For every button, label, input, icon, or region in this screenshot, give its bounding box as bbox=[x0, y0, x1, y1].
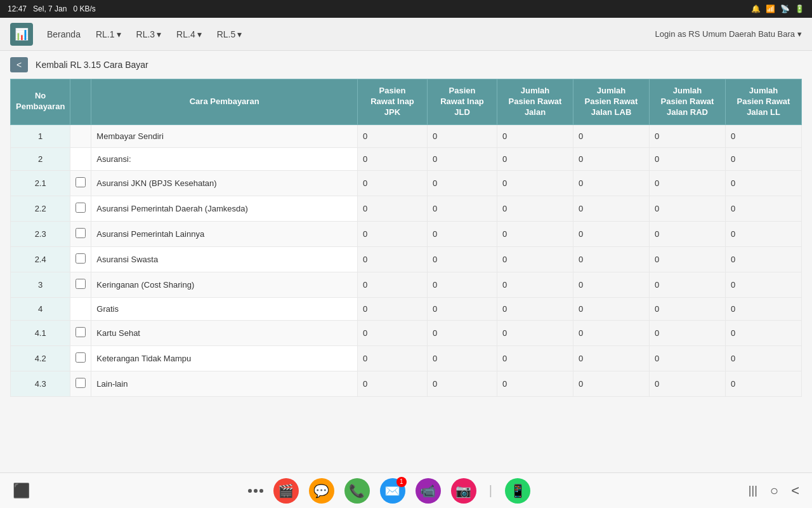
app-message[interactable]: ✉️ 1 bbox=[380, 478, 405, 504]
login-info[interactable]: Login as RS Umum Daerah Batu Bara ▾ bbox=[655, 29, 802, 39]
rl3-label: RL.3 bbox=[136, 29, 155, 39]
bottom-menu-icon[interactable]: ||| bbox=[749, 484, 757, 497]
row-checkbox[interactable] bbox=[75, 228, 86, 238]
table-header-row: NoPembayaran Cara Pembayaran PasienRawat… bbox=[11, 79, 802, 125]
row-lab: 0 bbox=[573, 297, 650, 320]
rl1-label: RL.1 bbox=[96, 29, 115, 39]
row-ll: 0 bbox=[726, 147, 802, 170]
row-jpk: 0 bbox=[358, 345, 428, 371]
row-no: 2.2 bbox=[11, 196, 70, 221]
bottom-bar: ⬛ 🎬 💬 📞 ✉️ 1 📹 📷 | 📱 ||| ○ < bbox=[0, 472, 812, 508]
breadcrumb-text: Kembali RL 3.15 Cara Bayar bbox=[36, 60, 148, 70]
nav-rl1[interactable]: RL.1 ▾ bbox=[89, 25, 128, 43]
status-time: 12:47 bbox=[8, 4, 27, 13]
nav-rl3[interactable]: RL.3 ▾ bbox=[130, 25, 168, 43]
nav-bar: 📊 Beranda RL.1 ▾ RL.3 ▾ RL.4 ▾ RL.5 ▾ Lo… bbox=[0, 18, 812, 51]
table-row: 2.2Asuransi Pemerintah Daerah (Jamkesda)… bbox=[11, 196, 802, 221]
row-no: 2.3 bbox=[11, 221, 70, 246]
back-button[interactable]: < bbox=[10, 57, 28, 72]
row-jld: 0 bbox=[428, 371, 497, 396]
app-whatsapp[interactable]: 📱 bbox=[505, 478, 530, 504]
row-no: 2.1 bbox=[11, 170, 70, 196]
row-cara: Asuransi Pemerintah Daerah (Jamkesda) bbox=[91, 196, 358, 221]
header-no: NoPembayaran bbox=[11, 79, 70, 125]
row-rad: 0 bbox=[650, 124, 726, 147]
row-jld: 0 bbox=[428, 246, 497, 272]
row-jpk: 0 bbox=[358, 221, 428, 246]
row-checkbox-cell[interactable] bbox=[70, 221, 91, 246]
row-lab: 0 bbox=[573, 345, 650, 371]
table-row: 4.1Kartu Sehat000000 bbox=[11, 320, 802, 345]
row-jpk: 0 bbox=[358, 170, 428, 196]
table-row: 1Membayar Sendiri000000 bbox=[11, 124, 802, 147]
header-lab: JumlahPasien RawatJalan LAB bbox=[573, 79, 650, 125]
nav-rl4[interactable]: RL.4 ▾ bbox=[170, 25, 208, 43]
signal-icon: 📡 bbox=[780, 4, 790, 13]
header-jpk: PasienRawat InapJPK bbox=[358, 79, 428, 125]
table-row: 4.2Keterangan Tidak Mampu000000 bbox=[11, 345, 802, 371]
row-no: 4.3 bbox=[11, 371, 70, 396]
rl1-dropdown-icon: ▾ bbox=[117, 29, 121, 39]
table-row: 3Keringanan (Cost Sharing)000000 bbox=[11, 272, 802, 297]
bottom-back-icon[interactable]: < bbox=[791, 483, 799, 499]
row-jpk: 0 bbox=[358, 320, 428, 345]
message-badge: 1 bbox=[396, 477, 407, 487]
row-checkbox[interactable] bbox=[75, 352, 86, 363]
row-ll: 0 bbox=[726, 320, 802, 345]
row-checkbox[interactable] bbox=[75, 279, 86, 289]
row-rad: 0 bbox=[650, 170, 726, 196]
login-text: Login as RS Umum Daerah Batu Bara bbox=[655, 29, 795, 39]
status-bar: 12:47 Sel, 7 Jan 0 KB/s 🔔 📶 📡 🔋 bbox=[0, 0, 812, 18]
row-checkbox[interactable] bbox=[75, 327, 86, 337]
wifi-icon: 📶 bbox=[766, 4, 775, 13]
row-rj: 0 bbox=[497, 147, 573, 170]
row-rj: 0 bbox=[497, 124, 573, 147]
row-checkbox-cell[interactable] bbox=[70, 196, 91, 221]
nav-rl5[interactable]: RL.5 ▾ bbox=[211, 25, 249, 43]
row-jpk: 0 bbox=[358, 147, 428, 170]
row-checkbox[interactable] bbox=[75, 253, 86, 264]
row-rad: 0 bbox=[650, 147, 726, 170]
app-phone[interactable]: 📞 bbox=[344, 478, 370, 504]
row-rj: 0 bbox=[497, 371, 573, 396]
row-ll: 0 bbox=[726, 196, 802, 221]
app-video[interactable]: 📹 bbox=[416, 478, 441, 504]
row-checkbox-cell[interactable] bbox=[70, 246, 91, 272]
row-rad: 0 bbox=[650, 272, 726, 297]
row-no: 3 bbox=[11, 272, 70, 297]
row-jld: 0 bbox=[428, 196, 497, 221]
row-rj: 0 bbox=[497, 297, 573, 320]
row-ll: 0 bbox=[726, 170, 802, 196]
grid-icon[interactable] bbox=[248, 489, 263, 493]
app-camera[interactable]: 📷 bbox=[451, 478, 476, 504]
login-dropdown-icon: ▾ bbox=[797, 29, 802, 39]
beranda-label: Beranda bbox=[47, 29, 81, 39]
row-checkbox-cell[interactable] bbox=[70, 345, 91, 371]
bottom-left-icon[interactable]: ⬛ bbox=[13, 483, 30, 499]
row-checkbox-cell[interactable] bbox=[70, 272, 91, 297]
nav-beranda[interactable]: Beranda bbox=[41, 25, 87, 43]
table-row: 4Gratis000000 bbox=[11, 297, 802, 320]
row-rj: 0 bbox=[497, 246, 573, 272]
row-ll: 0 bbox=[726, 272, 802, 297]
row-rad: 0 bbox=[650, 246, 726, 272]
row-checkbox-cell[interactable] bbox=[70, 371, 91, 396]
row-rad: 0 bbox=[650, 371, 726, 396]
row-lab: 0 bbox=[573, 371, 650, 396]
row-checkbox[interactable] bbox=[75, 177, 86, 187]
row-checkbox-cell[interactable] bbox=[70, 170, 91, 196]
row-rj: 0 bbox=[497, 196, 573, 221]
table-container: NoPembayaran Cara Pembayaran PasienRawat… bbox=[0, 79, 812, 407]
row-checkbox[interactable] bbox=[75, 378, 86, 388]
row-cara: Asuransi Swasta bbox=[91, 246, 358, 272]
row-ll: 0 bbox=[726, 345, 802, 371]
app-chat[interactable]: 💬 bbox=[309, 478, 334, 504]
bottom-home-icon[interactable]: ○ bbox=[770, 483, 778, 499]
row-jld: 0 bbox=[428, 345, 497, 371]
row-checkbox[interactable] bbox=[75, 203, 86, 213]
table-row: 4.3Lain-lain000000 bbox=[11, 371, 802, 396]
row-jld: 0 bbox=[428, 147, 497, 170]
row-checkbox-cell[interactable] bbox=[70, 320, 91, 345]
app-popcorn[interactable]: 🎬 bbox=[273, 478, 299, 504]
table-row: 2Asuransi:000000 bbox=[11, 147, 802, 170]
